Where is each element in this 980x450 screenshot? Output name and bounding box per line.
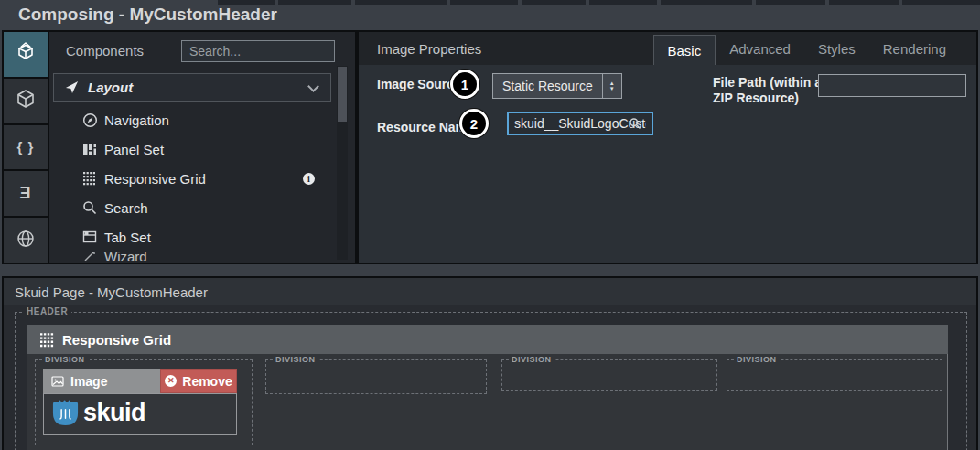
tab-basic[interactable]: Basic — [653, 35, 716, 65]
toolbar-tab-stub[interactable] — [450, 0, 518, 5]
responsive-grid-label: Responsive Grid — [62, 332, 171, 348]
file-path-input[interactable] — [818, 74, 966, 97]
css-icon: Ǝ — [19, 184, 31, 203]
component-group-label: Layout — [88, 80, 133, 95]
sidebar-item-global[interactable] — [4, 218, 48, 262]
toolbar-tab-stub[interactable] — [661, 0, 752, 5]
component-item-tab-set[interactable]: Tab Set — [53, 222, 331, 252]
toolbar-tab-stub[interactable] — [589, 0, 657, 5]
component-item-search[interactable]: Search — [53, 193, 331, 222]
remove-x-icon: ✕ — [165, 375, 177, 387]
properties-tabs: Basic Advanced Styles Rendering — [653, 32, 960, 65]
toolbar-tab-stub[interactable] — [902, 0, 980, 5]
division-label: DIVISION — [42, 355, 88, 364]
remove-button-label: Remove — [182, 374, 232, 389]
page-title: Composing - MyCustomHeader — [18, 5, 277, 25]
image-source-label: Image Source — [377, 77, 461, 92]
toolbar-stub-row — [218, 0, 980, 5]
panels-icon — [81, 142, 99, 156]
compass-icon — [81, 112, 99, 128]
image-preview[interactable]: skuid — [43, 393, 237, 435]
file-path-label: File Path (within a ZIP Resource) — [713, 75, 824, 106]
cube-icon — [16, 89, 36, 112]
globe-icon — [16, 229, 36, 252]
resource-name-input[interactable] — [507, 112, 653, 135]
sidebar-item-javascript[interactable]: { } — [4, 125, 48, 170]
annotation-badge-2: 2 — [459, 109, 489, 138]
skuid-logo-icon — [51, 398, 80, 432]
canvas-header: Skuid Page - MyCustomHeader — [4, 278, 976, 305]
grid-icon — [39, 332, 55, 348]
components-scrollbar[interactable] — [337, 66, 348, 260]
image-source-select[interactable]: Static Resource ▲▼ — [492, 73, 622, 99]
skuid-logo-text: skuid — [83, 399, 145, 427]
grid-icon — [81, 171, 99, 186]
picture-icon — [51, 376, 64, 387]
components-box-icon — [15, 41, 37, 67]
image-component-titlebar[interactable]: Image — [43, 369, 160, 393]
toolbar-tab-stub[interactable] — [756, 0, 825, 5]
grid-division-3[interactable]: DIVISION — [501, 359, 717, 391]
scrollbar-thumb[interactable] — [338, 67, 347, 122]
sidebar-item-models[interactable] — [4, 79, 48, 123]
chevron-down-icon — [307, 80, 319, 92]
properties-panel: Image Properties Basic Advanced Styles R… — [359, 32, 976, 262]
component-item-label: Responsive Grid — [104, 171, 206, 187]
component-item-panel-set[interactable]: Panel Set — [53, 134, 331, 164]
toolbar-tab-stub[interactable] — [278, 0, 351, 5]
canvas-section: Skuid Page - MyCustomHeader HEADER Respo… — [2, 276, 978, 450]
component-item-responsive-grid[interactable]: Responsive Grid i — [53, 164, 331, 193]
sidebar-item-components[interactable] — [4, 32, 48, 77]
component-item-label: Navigation — [104, 112, 169, 128]
skuid-composer-window: Composing - MyCustomHeader — [0, 0, 980, 450]
properties-header: Image Properties Basic Advanced Styles R… — [359, 32, 976, 65]
toolbar-tab-stub[interactable] — [522, 0, 586, 5]
responsive-grid-bar[interactable]: Responsive Grid — [27, 325, 948, 354]
components-panel-title: Components — [66, 43, 144, 59]
component-item-label: Tab Set — [104, 230, 151, 245]
component-item-label: Wizard — [104, 252, 147, 261]
header-drop-region[interactable]: HEADER Responsive Grid DIVISION — [15, 312, 967, 450]
component-item-label: Panel Set — [104, 142, 164, 157]
responsive-grid-component[interactable]: Responsive Grid DIVISION — [27, 325, 948, 450]
components-list: Navigation Panel Set — [53, 105, 331, 262]
division-label: DIVISION — [273, 355, 318, 364]
magnifier-icon — [81, 200, 99, 215]
wizard-icon — [81, 252, 99, 261]
canvas-title: Skuid Page - MyCustomHeader — [15, 284, 208, 300]
braces-icon: { } — [17, 139, 35, 155]
component-group-layout[interactable]: Layout — [53, 73, 331, 102]
properties-title: Image Properties — [377, 41, 481, 57]
components-panel: Components Layout — [49, 32, 355, 262]
sidebar-item-css[interactable]: Ǝ — [4, 171, 48, 216]
properties-body: Image Source 1 Static Resource ▲▼ File P… — [359, 65, 976, 262]
component-item-navigation[interactable]: Navigation — [53, 105, 331, 134]
image-component[interactable]: Image ✕ Remove — [43, 369, 237, 435]
paper-plane-icon — [65, 80, 79, 94]
component-item-label: Search — [104, 200, 148, 216]
header-region-label: HEADER — [23, 306, 71, 316]
annotation-badge-1: 1 — [450, 70, 479, 99]
remove-button[interactable]: ✕ Remove — [160, 369, 237, 393]
grid-division-4[interactable]: DIVISION — [727, 359, 942, 391]
left-toolbar: { } Ǝ — [4, 32, 48, 262]
grid-division-2[interactable]: DIVISION — [265, 359, 487, 394]
toolbar-tab-stub[interactable] — [355, 0, 447, 5]
components-search-input[interactable] — [181, 40, 335, 62]
image-component-label: Image — [70, 374, 107, 389]
tab-rendering[interactable]: Rendering — [869, 32, 960, 65]
image-source-value: Static Resource — [493, 74, 602, 98]
canvas-body: HEADER Responsive Grid DIVISION — [4, 305, 976, 450]
toolbar-tab-stub[interactable] — [829, 0, 899, 5]
composer-section: { } Ǝ Components — [2, 30, 978, 264]
responsive-grid-body: DIVISION — [27, 354, 948, 450]
info-icon[interactable]: i — [303, 173, 315, 185]
tab-advanced[interactable]: Advanced — [716, 32, 804, 65]
division-label: DIVISION — [509, 355, 555, 364]
tabs-icon — [81, 230, 99, 244]
component-item-wizard[interactable]: Wizard — [53, 252, 331, 261]
select-stepper-icon: ▲▼ — [602, 74, 621, 98]
grid-division-1[interactable]: DIVISION — [35, 359, 253, 445]
tab-styles[interactable]: Styles — [804, 32, 869, 65]
division-label: DIVISION — [734, 355, 780, 364]
